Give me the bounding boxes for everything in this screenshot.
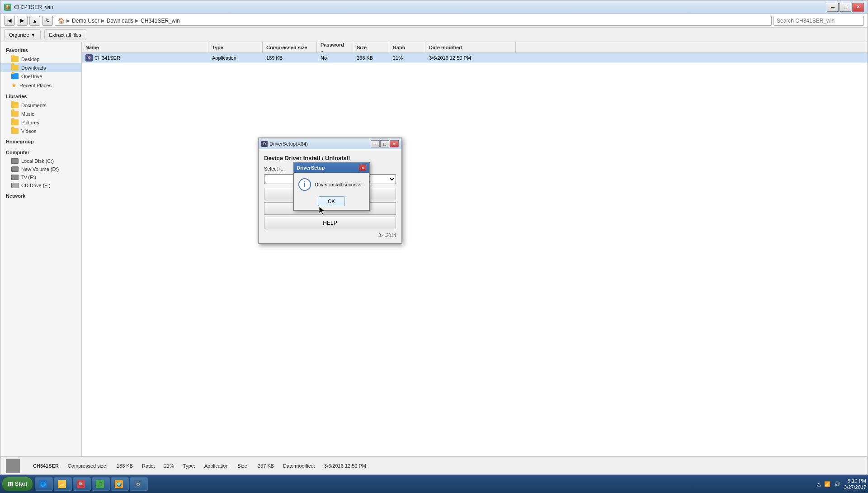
main-window: 📦 CH341SER_win ─ □ ✕ ◀ ▶ ▲ ↻ 🏠 ▶ Demo Us… [0, 0, 868, 475]
sidebar-item-desktop[interactable]: Desktop [0, 55, 81, 63]
taskbar-item-explorer[interactable]: 📂 [54, 477, 72, 491]
col-header-size[interactable]: Size [353, 42, 389, 52]
address-path[interactable]: 🏠 ▶ Demo User ▶ Downloads ▶ CH341SER_win [55, 16, 772, 26]
status-date-label: Date modified: [283, 463, 315, 469]
col-header-type[interactable]: Type [208, 42, 263, 52]
up-button[interactable]: ▲ [29, 16, 40, 26]
taskbar-items: 🌐 📂 🔍 🎵 🌍 ⚙ [35, 477, 817, 491]
settings-icon: ⚙ [134, 480, 142, 488]
dialog-title: DriverSetup [297, 165, 357, 171]
sidebar-item-label: Documents [21, 103, 47, 108]
main-area: Favorites Desktop Downloads OneDrive ★ R… [0, 42, 868, 456]
dialog-body: i Driver install success! OK [294, 173, 369, 210]
search-input[interactable] [774, 16, 864, 26]
sidebar-item-label: Local Disk (C:) [21, 158, 54, 164]
status-thumbnail [6, 459, 20, 473]
clock[interactable]: 9:10 PM 3/27/2017 [844, 478, 866, 491]
search-icon: 🔍 [77, 480, 85, 488]
network-header[interactable]: Network [0, 191, 81, 200]
organize-button[interactable]: Organize ▼ [4, 29, 41, 40]
driver-maximize-button[interactable]: □ [380, 140, 389, 147]
sidebar-item-downloads[interactable]: Downloads [0, 63, 81, 72]
star-icon: ★ [11, 82, 17, 89]
sidebar-item-onedrive[interactable]: OneDrive [0, 72, 81, 81]
taskbar: ⊞ Start 🌐 📂 🔍 🎵 🌍 ⚙ △ 📶 🔊 9:10 PM 3/27/2… [0, 475, 868, 493]
sidebar-item-label: OneDrive [21, 74, 42, 79]
dialog-close-button[interactable]: ✕ [359, 165, 366, 171]
taskbar-item-browser[interactable]: 🌍 [111, 477, 129, 491]
driver-help-button[interactable]: HELP [264, 217, 396, 229]
sidebar-item-recent[interactable]: ★ Recent Places [0, 81, 81, 90]
maximize-button[interactable]: □ [840, 3, 851, 12]
taskbar-item-ie[interactable]: 🌐 [35, 477, 53, 491]
close-button[interactable]: ✕ [852, 3, 864, 12]
status-ratio-label: Ratio: [142, 463, 155, 469]
table-row[interactable]: ⚙ CH341SER Application 189 KB No 238 KB … [82, 53, 868, 63]
window-icon: 📦 [4, 4, 11, 11]
sidebar-item-videos[interactable]: Videos [0, 127, 81, 135]
folder-icon [11, 111, 19, 117]
col-header-date[interactable]: Date modified [425, 42, 516, 52]
path-folder: CH341SER_win [141, 18, 180, 24]
driver-minimize-button[interactable]: ─ [371, 140, 380, 147]
favorites-header[interactable]: Favorites [0, 46, 81, 55]
drive-icon [11, 166, 19, 172]
clock-date: 3/27/2017 [844, 484, 866, 490]
taskbar-item-search[interactable]: 🔍 [73, 477, 91, 491]
file-date-cell: 3/6/2016 12:50 PM [425, 53, 516, 62]
refresh-button[interactable]: ↻ [42, 16, 53, 26]
sidebar-item-documents[interactable]: Documents [0, 101, 81, 109]
driver-window-icon: D [261, 141, 268, 147]
favorites-section: Favorites Desktop Downloads OneDrive ★ R… [0, 46, 81, 90]
file-password-cell: No [317, 53, 353, 62]
path-downloads: Downloads [107, 18, 133, 24]
sidebar-item-label: Music [21, 111, 34, 117]
media-icon: 🎵 [96, 480, 104, 488]
dialog-message: Driver install success! [315, 182, 363, 187]
minimize-button[interactable]: ─ [827, 3, 839, 12]
taskbar-item-media[interactable]: 🎵 [92, 477, 110, 491]
sidebar-item-new-volume[interactable]: New Volume (D:) [0, 165, 81, 173]
status-filename: CH341SER [33, 463, 59, 469]
libraries-header[interactable]: Libraries [0, 92, 81, 101]
sidebar-item-tv[interactable]: Tv (E:) [0, 173, 81, 181]
col-header-password[interactable]: Password ... [317, 42, 353, 52]
computer-header[interactable]: Computer [0, 148, 81, 157]
extract-button[interactable]: Extract all files [44, 29, 86, 40]
toolbar: Organize ▼ Extract all files [0, 28, 868, 42]
sidebar-item-cd-drive[interactable]: CD Drive (F:) [0, 181, 81, 190]
sidebar-item-label: Downloads [21, 65, 46, 71]
file-list-area: Name Type Compressed size Password ... S… [82, 42, 868, 456]
sidebar-item-local-disk[interactable]: Local Disk (C:) [0, 157, 81, 165]
driver-title-bar: D DriverSetup(X64) ─ □ ✕ [259, 138, 401, 149]
start-button[interactable]: ⊞ Start [2, 477, 33, 491]
forward-button[interactable]: ▶ [17, 16, 28, 26]
system-tray: △ 📶 🔊 9:10 PM 3/27/2017 [817, 478, 866, 491]
homegroup-header[interactable]: Homegroup [0, 137, 81, 146]
col-header-ratio[interactable]: Ratio [389, 42, 425, 52]
taskbar-item-settings[interactable]: ⚙ [130, 477, 148, 491]
col-header-name[interactable]: Name [82, 42, 208, 52]
driver-success-dialog: DriverSetup ✕ i Driver install success! … [293, 162, 370, 211]
sidebar-item-label: Recent Places [19, 83, 52, 88]
dialog-title-bar: DriverSetup ✕ [294, 163, 369, 173]
file-size-cell: 238 KB [353, 53, 389, 62]
status-type-value: Application [204, 463, 229, 469]
sidebar-item-label: Pictures [21, 120, 39, 125]
ie-icon: 🌐 [39, 480, 47, 488]
libraries-section: Libraries Documents Music Pictures Video… [0, 92, 81, 135]
folder-icon [11, 119, 19, 125]
sidebar-item-label: Videos [21, 128, 36, 134]
back-button[interactable]: ◀ [4, 16, 15, 26]
driver-window-controls: ─ □ ✕ [371, 140, 399, 147]
column-headers: Name Type Compressed size Password ... S… [82, 42, 868, 53]
folder-icon [11, 102, 19, 108]
sidebar-item-music[interactable]: Music [0, 109, 81, 118]
sidebar-item-pictures[interactable]: Pictures [0, 118, 81, 127]
window-controls: ─ □ ✕ [827, 3, 864, 12]
drive-icon [11, 175, 19, 180]
driver-close-button[interactable]: ✕ [390, 140, 399, 147]
status-compressed-size-label: Compressed size: [68, 463, 108, 469]
dialog-ok-button[interactable]: OK [318, 196, 345, 206]
col-header-compressed-size[interactable]: Compressed size [263, 42, 317, 52]
